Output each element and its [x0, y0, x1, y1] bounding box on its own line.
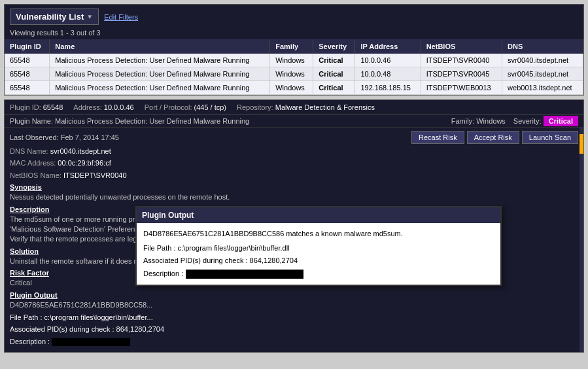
- detail-repository-label: Repository: Malware Detection & Forensic…: [237, 103, 375, 111]
- synopsis-content: Nessus detected potentially unwanted pro…: [10, 192, 291, 202]
- col-name: Name: [50, 39, 270, 54]
- vulnerability-table: Plugin ID Name Family Severity IP Addres…: [5, 39, 583, 95]
- table-body: 65548 Malicious Process Detection: User …: [5, 54, 583, 95]
- cell-name: Malicious Process Detection: User Define…: [50, 54, 270, 67]
- launch-scan-button[interactable]: Launch Scan: [522, 131, 578, 144]
- detail-subheader: Plugin Name: Malicious Process Detection…: [5, 115, 583, 128]
- detail-plugin-name: Plugin Name: Malicious Process Detection…: [10, 117, 249, 125]
- cell-severity: Critical: [313, 81, 355, 95]
- cell-dns: svr0040.itsdept.net: [502, 54, 583, 67]
- col-severity: Severity: [313, 39, 355, 54]
- dropdown-arrow-icon[interactable]: ▼: [86, 13, 93, 20]
- table-header-row: Plugin ID Name Family Severity IP Addres…: [5, 39, 583, 54]
- table-row[interactable]: 65548 Malicious Process Detection: User …: [5, 54, 583, 67]
- cell-name: Malicious Process Detection: User Define…: [50, 81, 270, 95]
- action-buttons: Recast Risk Accept Risk Launch Scan: [411, 131, 578, 144]
- cell-severity: Critical: [313, 67, 355, 81]
- severity-badge: Critical: [544, 116, 578, 126]
- title-text: Vulnerability List: [16, 12, 84, 22]
- col-plugin-id: Plugin ID: [5, 39, 50, 54]
- cell-netbios: ITSDEPT\SVR0040: [421, 54, 502, 67]
- detail-repository-value: Malware Detection & Forensics: [275, 103, 375, 111]
- description-row: Description :: [10, 337, 578, 347]
- popup-pids: Associated PID(s) during check : 864,128…: [143, 255, 494, 267]
- scrollbar[interactable]: [579, 128, 583, 352]
- popup-hash-line: D4D8786E5AE6751C281A1BBD9B8CC586 matches…: [143, 228, 494, 240]
- detail-header: Plugin ID: 65548 Address: 10.0.0.46 Port…: [5, 100, 583, 115]
- viewing-results: Viewing results 1 - 3 out of 3: [5, 27, 583, 39]
- associated-pids-row: Associated PID(s) during check : 864,128…: [10, 325, 578, 334]
- cell-dns: svr0045.itsdept.net: [502, 67, 583, 81]
- popup-description-input[interactable]: [186, 270, 303, 279]
- col-netbios: NetBIOS: [421, 39, 502, 54]
- detail-address-value: 10.0.0.46: [104, 103, 134, 111]
- cell-plugin-id: 65548: [5, 54, 50, 67]
- plugin-output-content: D4D8786E5AE6751C281A1BBD9B8CC58...: [10, 300, 291, 310]
- synopsis-title: Synopsis: [10, 183, 578, 191]
- detail-plugin-id-value: 65548: [43, 103, 63, 111]
- cell-netbios: ITSDEPT\SVR0045: [421, 67, 502, 81]
- cell-plugin-id: 65548: [5, 81, 50, 95]
- accept-risk-button[interactable]: Accept Risk: [467, 131, 519, 144]
- cell-name: Malicious Process Detection: User Define…: [50, 67, 270, 81]
- top-panel: Vulnerability List ▼ Edit Filters Viewin…: [4, 4, 584, 96]
- cell-ip: 10.0.0.48: [355, 67, 421, 81]
- netbios-name-row: NetBIOS Name: ITSDEPT\SVR0040: [10, 171, 578, 181]
- detail-port-value: (445 / tcp): [194, 103, 227, 111]
- popup-description: Description :: [143, 268, 494, 280]
- detail-family-label: Family: Windows: [451, 117, 506, 125]
- detail-severity-label: Severity: Critical: [513, 117, 578, 125]
- cell-dns: web0013.itsdept.net: [502, 81, 583, 95]
- popup-body: D4D8786E5AE6751C281A1BBD9B8CC586 matches…: [137, 223, 500, 285]
- last-observed-row: Last Observed: Feb 7, 2014 17:45 Recast …: [10, 131, 578, 144]
- edit-filters-link[interactable]: Edit Filters: [104, 13, 138, 21]
- mac-address-row: MAC Address: 00:0c:29:bf:96:cf: [10, 158, 578, 168]
- col-dns: DNS: [502, 39, 583, 54]
- popup-file-path: File Path : c:\program files\logger\bin\…: [143, 243, 494, 255]
- table-row[interactable]: 65548 Malicious Process Detection: User …: [5, 81, 583, 95]
- popup-title: Plugin Output: [137, 207, 500, 223]
- family-severity-row: Family: Windows Severity: Critical: [451, 117, 578, 125]
- table-row[interactable]: 65548 Malicious Process Detection: User …: [5, 67, 583, 81]
- cell-family: Windows: [270, 54, 313, 67]
- scrollbar-thumb[interactable]: [579, 134, 583, 154]
- bottom-panel: Plugin ID: 65548 Address: 10.0.0.46 Port…: [4, 99, 584, 353]
- dns-name-row: DNS Name: svr0040.itsdept.net: [10, 147, 578, 156]
- detail-body: Last Observed: Feb 7, 2014 17:45 Recast …: [5, 128, 583, 352]
- cell-ip: 10.0.0.46: [355, 54, 421, 67]
- detail-plugin-id-label: Plugin ID: 65548: [10, 103, 63, 111]
- plugin-output-title: Plugin Output: [10, 291, 578, 299]
- col-ip-address: IP Address: [355, 39, 421, 54]
- cell-plugin-id: 65548: [5, 67, 50, 81]
- cell-family: Windows: [270, 67, 313, 81]
- vulnerability-list-title: Vulnerability List ▼: [10, 9, 99, 25]
- last-observed: Last Observed: Feb 7, 2014 17:45: [10, 133, 119, 141]
- detail-port-label: Port / Protocol: (445 / tcp): [145, 103, 226, 111]
- recast-risk-button[interactable]: Recast Risk: [411, 131, 464, 144]
- cell-ip: 192.168.185.15: [355, 81, 421, 95]
- cell-netbios: ITSDEPT\WEB0013: [421, 81, 502, 95]
- detail-address-label: Address: 10.0.0.46: [73, 103, 133, 111]
- plugin-output-popup: Plugin Output D4D8786E5AE6751C281A1BBD9B…: [135, 206, 502, 286]
- cell-severity: Critical: [313, 54, 355, 67]
- top-panel-header: Vulnerability List ▼ Edit Filters: [5, 5, 583, 27]
- cell-family: Windows: [270, 81, 313, 95]
- col-family: Family: [270, 39, 313, 54]
- file-path-row: File Path : c:\program files\logger\bin\…: [10, 313, 578, 323]
